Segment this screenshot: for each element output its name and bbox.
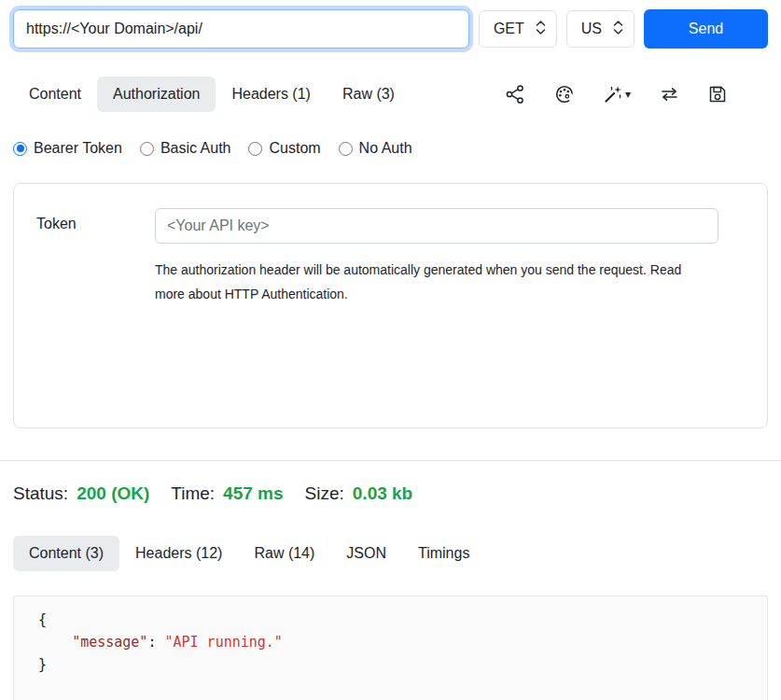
radio-icon: [339, 142, 353, 156]
method-select-value: GET: [494, 21, 524, 37]
palette-icon[interactable]: [554, 84, 575, 105]
send-button[interactable]: Send: [644, 9, 768, 49]
radio-icon: [140, 142, 154, 156]
tab-response-headers[interactable]: Headers (12): [119, 536, 238, 571]
size-value: 0.03 kb: [353, 483, 412, 504]
status-value: 200 (OK): [77, 483, 149, 504]
json-key: "message": [72, 634, 147, 651]
request-bar: GET US Send: [13, 9, 768, 49]
code-line: {: [38, 609, 756, 631]
tab-content[interactable]: Content: [13, 77, 97, 112]
response-summary: Status: 200 (OK) Time: 457 ms Size: 0.03…: [13, 483, 768, 504]
radio-selected-icon: [13, 142, 27, 156]
save-icon[interactable]: [708, 85, 727, 104]
tab-headers[interactable]: Headers (1): [216, 77, 326, 112]
method-select[interactable]: GET: [479, 10, 557, 48]
time-label: Time:: [171, 483, 215, 504]
divider: [0, 460, 781, 461]
region-select[interactable]: US: [566, 10, 635, 48]
response-body: { "message": "API running." }: [13, 595, 768, 700]
tab-response-timings[interactable]: Timings: [402, 536, 485, 571]
region-select-value: US: [581, 21, 602, 37]
tab-response-json[interactable]: JSON: [330, 536, 402, 571]
auth-option-label: No Auth: [359, 140, 412, 157]
time-value: 457 ms: [223, 483, 283, 504]
status-label: Status:: [13, 483, 68, 504]
tab-response-content[interactable]: Content (3): [13, 536, 119, 571]
swap-arrows-icon[interactable]: [660, 85, 679, 104]
auth-option-label: Basic Auth: [160, 140, 231, 157]
code-line: }: [38, 653, 756, 676]
select-arrows-icon: [536, 21, 546, 38]
code-line: "message": "API running.": [38, 631, 756, 653]
token-panel: Token The authorization header will be a…: [13, 183, 768, 428]
auth-option-no-auth[interactable]: No Auth: [339, 140, 412, 157]
token-label: Token: [36, 208, 155, 403]
auth-type-options: Bearer Token Basic Auth Custom No Auth: [13, 140, 768, 157]
json-string-value: "API running.": [164, 634, 282, 651]
api-client-page: GET US Send Content Authorization Header…: [0, 0, 781, 700]
magic-wand-button[interactable]: ▾: [604, 85, 631, 104]
token-input[interactable]: [155, 208, 718, 244]
auth-option-bearer-token[interactable]: Bearer Token: [13, 140, 122, 157]
select-arrows-icon: [613, 21, 623, 38]
magic-wand-icon: [604, 85, 622, 104]
response-tabs: Content (3) Headers (12) Raw (14) JSON T…: [13, 536, 768, 571]
share-icon[interactable]: [505, 84, 525, 105]
tab-response-raw[interactable]: Raw (14): [238, 536, 330, 571]
tab-raw[interactable]: Raw (3): [327, 77, 411, 112]
auth-option-label: Bearer Token: [34, 140, 122, 157]
radio-icon: [248, 142, 262, 156]
auth-option-label: Custom: [269, 140, 320, 157]
size-label: Size:: [305, 483, 344, 504]
caret-down-icon: ▾: [625, 89, 631, 100]
auth-option-custom[interactable]: Custom: [248, 140, 320, 157]
token-help-text: The authorization header will be automat…: [155, 259, 698, 307]
url-input[interactable]: [13, 9, 469, 49]
auth-option-basic-auth[interactable]: Basic Auth: [140, 140, 231, 157]
request-tabs: Content Authorization Headers (1) Raw (3…: [13, 77, 768, 112]
toolbar-icons: ▾: [505, 84, 768, 105]
tab-authorization[interactable]: Authorization: [97, 77, 216, 112]
